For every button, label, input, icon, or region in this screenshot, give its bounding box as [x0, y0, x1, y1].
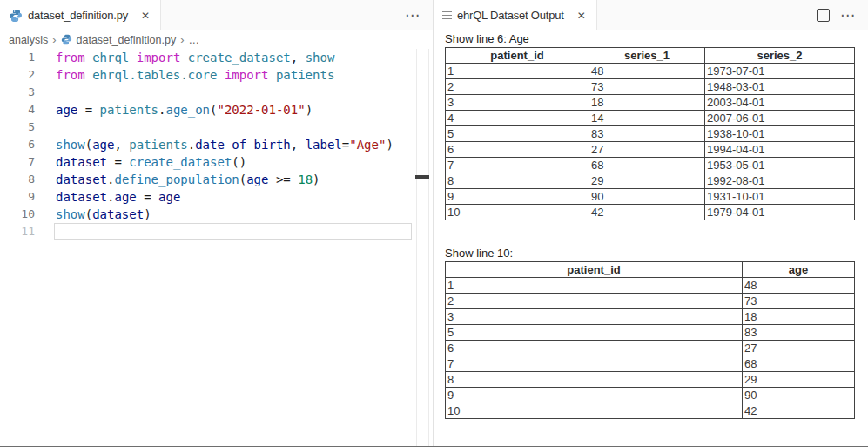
table-cell: 1	[446, 278, 743, 294]
table-cell: 83	[589, 126, 705, 142]
line-number: 5	[0, 119, 35, 136]
table-cell: 7	[446, 356, 743, 372]
more-actions-icon[interactable]: ⋯	[840, 8, 856, 23]
line-number: 6	[0, 136, 35, 153]
code-text: dataset.age = age	[56, 188, 180, 206]
table-cell: 8	[446, 372, 743, 388]
editor-code: 1from ehrql import create_dataset, show2…	[0, 49, 433, 240]
table-cell: 2	[446, 294, 743, 309]
table-cell: 1	[446, 64, 589, 79]
panel-sash[interactable]	[432, 0, 434, 447]
output-section-title: Show line 10:	[445, 247, 865, 260]
output-table: patient_idage148273318583627768829990104…	[445, 261, 855, 419]
table-cell: 6	[446, 142, 589, 158]
code-line[interactable]: 2from ehrql.tables.core import patients	[0, 66, 433, 84]
table-header-row: patient_idage	[446, 262, 855, 278]
tab-dataset-definition[interactable]: dataset_definition.py ✕	[0, 0, 161, 30]
python-icon	[61, 34, 72, 45]
table-cell: 1992-08-01	[705, 173, 855, 189]
line-number: 1	[0, 49, 35, 66]
output-content: Show line 6: Agepatient_idseries_1series…	[445, 31, 865, 447]
code-line[interactable]: 3	[0, 84, 433, 101]
table-row: 4142007-06-01	[446, 111, 855, 126]
table-cell: 2007-06-01	[705, 111, 855, 126]
code-text: show(dataset)	[56, 206, 151, 223]
table-cell: 68	[743, 356, 855, 372]
tab-label: ehrQL Dataset Output	[457, 9, 564, 22]
output-table: patient_idseries_1series_21481973-07-012…	[445, 47, 855, 220]
table-cell: 68	[589, 158, 705, 173]
close-icon[interactable]: ✕	[575, 10, 588, 22]
code-line[interactable]: 7dataset = create_dataset()	[0, 153, 433, 171]
code-line[interactable]: 8dataset.define_population(age >= 18)	[0, 171, 433, 188]
table-cell: 42	[589, 205, 705, 220]
split-editor-icon[interactable]	[817, 9, 830, 22]
table-cell: 1979-04-01	[705, 205, 855, 220]
table-cell: 10	[446, 205, 589, 220]
table-cell: 1994-04-01	[705, 142, 855, 158]
code-line[interactable]: 11	[0, 223, 433, 240]
breadcrumb-folder[interactable]: analysis	[9, 34, 48, 46]
line-number: 10	[0, 206, 35, 223]
table-cell: 9	[446, 388, 743, 403]
table-row: 1042	[446, 403, 855, 419]
breadcrumb-file[interactable]: dataset_definition.py	[77, 34, 177, 46]
table-cell: 2003-04-01	[705, 95, 855, 111]
code-line[interactable]: 9dataset.age = age	[0, 188, 433, 206]
table-cell: 18	[589, 95, 705, 111]
editor-tab-actions: ⋯	[405, 0, 433, 30]
table-cell: 18	[743, 309, 855, 325]
output-section-title: Show line 6: Age	[445, 33, 865, 45]
table-cell: 10	[446, 403, 743, 419]
tab-ehrql-dataset-output[interactable]: ehrQL Dataset Output ✕	[434, 0, 597, 30]
table-cell: 5	[446, 126, 589, 142]
table-header-cell: age	[743, 262, 855, 278]
python-icon	[9, 9, 23, 23]
close-icon[interactable]: ✕	[139, 10, 151, 22]
editor-panel: dataset_definition.py ✕ ⋯ analysis › dat…	[0, 0, 433, 447]
table-row: 6271994-04-01	[446, 142, 855, 158]
table-header-cell: patient_id	[446, 48, 589, 64]
table-row: 10421979-04-01	[446, 205, 855, 220]
table-header-cell: series_1	[589, 48, 705, 64]
table-row: 318	[446, 309, 855, 325]
code-line[interactable]: 10show(dataset)	[0, 206, 433, 223]
table-header-row: patient_idseries_1series_2	[446, 48, 855, 64]
table-cell: 27	[743, 341, 855, 356]
table-row: 273	[446, 294, 855, 309]
table-cell: 7	[446, 158, 589, 173]
overview-ruler[interactable]	[416, 49, 417, 447]
table-row: 5831938-10-01	[446, 126, 855, 142]
output-tabbar: ehrQL Dataset Output ✕ ⋯	[434, 0, 868, 30]
more-actions-icon[interactable]: ⋯	[405, 8, 421, 23]
output-list-icon	[442, 11, 452, 20]
code-line[interactable]: 1from ehrql import create_dataset, show	[0, 49, 433, 66]
table-row: 8291992-08-01	[446, 173, 855, 189]
line-number: 8	[0, 171, 35, 188]
table-row: 829	[446, 372, 855, 388]
table-cell: 73	[743, 294, 855, 309]
table-cell: 48	[743, 278, 855, 294]
breadcrumb-symbol-ellipsis[interactable]: …	[189, 34, 200, 46]
table-cell: 90	[589, 189, 705, 205]
table-cell: 1948-03-01	[705, 79, 855, 95]
table-cell: 90	[743, 388, 855, 403]
table-row: 583	[446, 325, 855, 341]
output-tab-actions: ⋯	[817, 0, 868, 30]
code-editor[interactable]: 1from ehrql import create_dataset, show2…	[0, 49, 433, 447]
table-cell: 2	[446, 79, 589, 95]
code-line[interactable]: 4age = patients.age_on("2022-01-01")	[0, 101, 433, 119]
code-text: from ehrql import create_dataset, show	[56, 49, 334, 66]
table-cell: 14	[589, 111, 705, 126]
line-number: 3	[0, 84, 35, 101]
code-line[interactable]: 5	[0, 119, 433, 136]
line-number: 9	[0, 188, 35, 206]
overview-ruler[interactable]	[428, 49, 429, 447]
code-text: dataset = create_dataset()	[56, 153, 246, 171]
vscode-window: dataset_definition.py ✕ ⋯ analysis › dat…	[0, 0, 868, 447]
table-row: 768	[446, 356, 855, 372]
table-cell: 1973-07-01	[705, 64, 855, 79]
table-cell: 4	[446, 111, 589, 126]
line-number: 2	[0, 66, 35, 84]
code-line[interactable]: 6show(age, patients.date_of_birth, label…	[0, 136, 433, 153]
